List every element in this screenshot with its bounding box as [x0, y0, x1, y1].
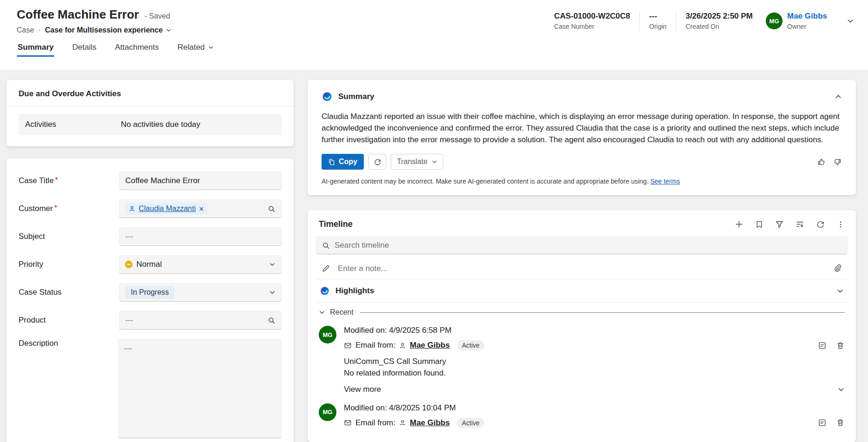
search-icon[interactable]	[268, 317, 276, 324]
person-icon	[399, 419, 406, 426]
created-on-value: 3/26/2025 2:50 PM	[685, 12, 753, 21]
customer-lookup[interactable]: Claudia Mazzanti	[119, 199, 282, 218]
thumbs-down-icon[interactable]	[833, 158, 842, 166]
copilot-icon	[322, 91, 333, 102]
refresh-icon[interactable]	[816, 220, 825, 229]
chevron-down-icon	[432, 159, 437, 165]
owner-avatar: MG	[766, 13, 783, 29]
header-left: Coffee Machine Error - Saved Case · Case…	[17, 7, 171, 34]
highlights-section[interactable]: Highlights	[316, 279, 848, 303]
timeline-search	[316, 237, 848, 254]
attachment-icon[interactable]	[833, 264, 842, 273]
field-row-case-title: Case Title *	[19, 172, 282, 190]
tab-attachments[interactable]: Attachments	[114, 43, 160, 58]
add-record-icon[interactable]	[735, 220, 743, 229]
sort-icon[interactable]	[796, 220, 804, 229]
email-icon	[344, 419, 352, 427]
entry-kind-label: Email from:	[355, 341, 395, 350]
bookmark-icon[interactable]	[755, 220, 763, 229]
priority-normal-icon	[125, 261, 132, 268]
case-title-input[interactable]	[125, 176, 276, 185]
header-collapse-icon[interactable]	[847, 17, 854, 25]
right-column: Summary Claudia Mazzanti reported an iss…	[308, 80, 856, 442]
entry-avatar: MG	[319, 403, 336, 421]
chevron-down-icon	[319, 309, 325, 316]
timeline-entry: MG Modified on: 4/8/2025 10:04 PM Email …	[316, 403, 848, 428]
owner-label: Owner	[787, 23, 827, 30]
subject-input[interactable]: ---	[119, 227, 282, 246]
remove-customer-icon[interactable]	[199, 206, 204, 211]
note-input[interactable]	[338, 264, 826, 273]
tab-details-label: Details	[72, 43, 96, 52]
search-icon[interactable]	[268, 205, 276, 213]
tab-related[interactable]: Related	[177, 43, 215, 58]
product-value: ---	[125, 316, 133, 325]
summary-card-title: Summary	[338, 92, 374, 101]
origin-label: Origin	[649, 23, 666, 30]
origin-field: --- Origin	[649, 12, 666, 30]
copy-icon	[328, 158, 335, 165]
regenerate-button[interactable]	[368, 154, 386, 170]
separator-dot: ·	[38, 26, 40, 34]
customer-pill: Claudia Mazzanti	[125, 203, 208, 215]
translate-button-label: Translate	[397, 158, 427, 166]
copy-button[interactable]: Copy	[322, 154, 364, 170]
delete-icon[interactable]	[836, 418, 845, 427]
main-content: Due and Overdue Activities Activities No…	[0, 70, 868, 442]
divider	[7, 106, 294, 106]
form-selector[interactable]: Case for Multisession experience	[45, 26, 171, 34]
recent-group-header[interactable]: Recent	[316, 308, 848, 317]
created-on-field: 3/26/2025 2:50 PM Created On	[685, 12, 753, 30]
translate-button[interactable]: Translate	[391, 154, 443, 170]
customer-label: Customer	[19, 204, 53, 213]
delete-icon[interactable]	[836, 341, 845, 350]
see-terms-link[interactable]: See terms	[650, 178, 680, 185]
search-icon	[322, 242, 330, 250]
field-row-priority: Priority Normal	[19, 255, 282, 274]
subject-value: ---	[125, 232, 133, 241]
open-record-icon[interactable]	[818, 341, 827, 350]
timeline-search-input[interactable]	[335, 241, 842, 250]
chevron-down-icon	[269, 261, 276, 268]
due-activities-card: Due and Overdue Activities Activities No…	[7, 80, 294, 146]
refresh-icon	[374, 158, 381, 166]
priority-select[interactable]: Normal	[119, 255, 282, 274]
entity-label: Case	[17, 26, 34, 34]
thumbs-up-icon[interactable]	[817, 158, 826, 166]
entry-from-link[interactable]: Mae Gibbs	[410, 418, 450, 428]
divider	[676, 11, 676, 31]
more-commands-icon[interactable]	[836, 220, 845, 229]
tab-related-label: Related	[178, 43, 205, 52]
owner-name-link[interactable]: Mae Gibbs	[787, 12, 827, 21]
form-tabs: Summary Details Attachments Related	[17, 43, 854, 58]
owner-field: MG Mae Gibbs Owner	[766, 12, 827, 30]
entry-from-link[interactable]: Mae Gibbs	[410, 341, 450, 350]
case-title-label: Case Title	[19, 176, 54, 185]
created-on-label: Created On	[685, 23, 753, 30]
chevron-up-icon[interactable]	[835, 93, 842, 100]
chevron-down-icon	[166, 27, 171, 33]
view-more-link[interactable]: View more	[344, 385, 381, 394]
chevron-down-icon	[269, 289, 276, 296]
case-number-value: CAS-01000-W2C0C8	[554, 12, 630, 21]
open-record-icon[interactable]	[818, 418, 827, 427]
tab-summary[interactable]: Summary	[17, 43, 54, 58]
tab-details[interactable]: Details	[71, 43, 97, 58]
header-summary-fields: CAS-01000-W2C0C8 Case Number --- Origin …	[554, 7, 854, 31]
page-title: Coffee Machine Error	[17, 7, 139, 22]
description-textarea[interactable]: ---	[118, 339, 282, 438]
field-row-product: Product ---	[19, 311, 282, 330]
chevron-down-icon[interactable]	[837, 386, 845, 393]
activities-label: Activities	[25, 120, 121, 129]
app-header: Coffee Machine Error - Saved Case · Case…	[0, 0, 868, 70]
product-lookup[interactable]: ---	[119, 311, 282, 330]
case-status-select[interactable]: In Progress	[119, 283, 282, 302]
filter-icon[interactable]	[775, 220, 784, 229]
copy-button-label: Copy	[339, 158, 357, 166]
case-number-label: Case Number	[554, 23, 630, 30]
person-icon	[399, 342, 406, 349]
timeline-title: Timeline	[319, 219, 353, 229]
status-badge: Active	[457, 340, 484, 350]
customer-link[interactable]: Claudia Mazzanti	[138, 205, 196, 213]
entry-modified-on: Modified on: 4/8/2025 10:04 PM	[344, 403, 845, 413]
